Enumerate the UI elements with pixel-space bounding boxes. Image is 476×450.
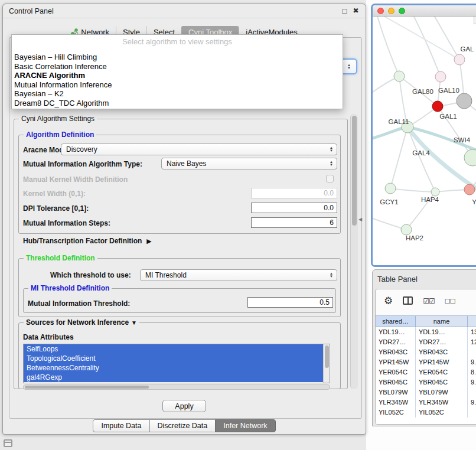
attribute-item-gal4rgexp[interactable]: gal4RGexp [24,373,330,382]
cell-shared-name: YDR27… [376,337,416,347]
algorithm-option-mutual-information-inference[interactable]: Mutual Information Inference [12,80,343,90]
network-edge[interactable] [407,127,435,192]
attribute-item-betweennesscentrality[interactable]: BetweennessCentrality [24,363,330,373]
dpi-tolerance-field[interactable] [251,203,337,213]
network-node[interactable] [464,149,476,166]
table-row[interactable]: YBR045CYBR045C9. [376,377,476,387]
combo-arrows-icon [345,64,353,70]
cell-shared-name: YDL19… [376,327,416,337]
network-node-label: SWI4 [454,136,471,144]
attributes-list-scrollbar[interactable] [323,344,330,383]
mi-algorithm-type-select[interactable]: Naive Bayes [161,158,337,169]
table-row[interactable]: YBL079WYBL079W [376,387,476,397]
network-scrollbar-up-icon[interactable] [474,17,476,24]
bottom-tab-impute-data[interactable]: Impute Data [93,419,149,432]
panel-collapse-icon[interactable] [358,217,362,222]
network-window-titlebar[interactable] [373,5,476,17]
table-toolbar [376,289,476,312]
column-header-shared-name[interactable]: shared… [376,316,416,327]
bottom-tab-infer-network[interactable]: Infer Network [215,419,275,432]
restore-panel-icon[interactable] [4,439,12,447]
aracne-mode-value: Discovery [66,145,327,154]
which-threshold-select[interactable]: MI Threshold [140,269,337,281]
cell-shared-name: YBR043C [376,347,416,357]
attribute-item-selfloops[interactable]: SelfLoops [24,344,330,354]
cell-name: YER054C [416,367,468,377]
network-node[interactable] [394,71,405,81]
table-row[interactable]: YDL19…YDL19…13 [376,327,476,337]
network-node[interactable] [431,188,439,196]
float-window-icon[interactable] [340,6,349,15]
column-header-partial[interactable] [468,316,476,327]
cell-shared-name: YBL079W [376,387,416,397]
network-edge[interactable] [435,17,459,60]
settings-scrollbar-thumb[interactable] [352,116,357,226]
table-row[interactable]: YDR27…YDR27…12 [376,337,476,347]
algorithm-option-bayesian-hill-climbing[interactable]: Bayesian – Hill Climbing [12,53,343,62]
network-node[interactable] [432,101,443,112]
attributes-scrollbar-thumb[interactable] [325,345,329,368]
sources-title[interactable]: Sources for Network Inference [24,318,139,327]
cell-value [468,387,476,397]
settings-scrollbar[interactable] [350,114,358,389]
combo-arrows-icon [327,161,335,167]
threshold-definition-title: Threshold Definition [24,254,97,262]
data-attributes-label: Data Attributes [23,333,74,341]
mi-threshold-field[interactable] [247,297,333,308]
data-attributes-list[interactable]: SelfLoopsTopologicalCoefficientBetweenne… [23,344,330,383]
algorithm-option-bayesian-k2[interactable]: Bayesian – K2 [12,89,343,99]
manual-kernel-width-label: Manual Kernel Width Definition [23,175,128,184]
network-node[interactable] [401,224,412,235]
algorithm-popup: Select algorithm to view settings Bayesi… [11,34,343,109]
network-edge[interactable] [377,17,399,76]
table-row[interactable]: YIL052CYIL052C [376,407,476,418]
table-row[interactable]: YLR345WYLR345W9. [376,397,476,407]
table-row[interactable]: YBR043CYBR043C [376,347,476,357]
mi-steps-field[interactable] [251,217,337,228]
aracne-mode-select[interactable]: Discovery [61,144,337,155]
table-settings-gear-icon[interactable] [384,295,393,307]
network-node[interactable] [385,183,396,194]
network-node-label: GAL11 [389,118,409,125]
deselect-all-columns-icon[interactable] [445,295,455,306]
network-node[interactable] [435,71,446,82]
show-columns-icon[interactable] [403,296,413,305]
algorithm-option-dream8-dc-tdc-algorithm[interactable]: Dream8 DC_TDC Algorithm [12,99,343,108]
algorithm-option-aracne-algorithm[interactable]: ARACNE Algorithm [12,71,343,80]
network-edge[interactable] [390,127,407,188]
network-edge[interactable] [384,17,459,60]
combo-arrows-icon [327,272,335,278]
algorithm-popup-list: Bayesian – Hill ClimbingBasic Correlatio… [12,53,343,107]
network-node[interactable] [457,93,472,109]
minimize-window-icon[interactable] [388,8,395,14]
cell-name: YDR27… [416,337,468,347]
cell-value [468,407,476,418]
cell-value: 12 [468,337,476,347]
network-node[interactable] [464,184,475,195]
attributes-hscrollbar[interactable] [23,384,330,390]
data-attributes-items: SelfLoopsTopologicalCoefficientBetweenne… [24,344,330,382]
manual-kernel-width-checkbox[interactable] [326,175,334,182]
network-edge[interactable] [390,188,435,192]
zoom-window-icon[interactable] [399,8,405,14]
close-window-icon[interactable] [377,8,384,14]
screen: Control Panel NetworkStyleSelectCyni Too… [0,0,476,450]
table-row[interactable]: YPR145WYPR145W9. [376,357,476,367]
table-row[interactable]: YER054CYER054C8. [376,367,476,377]
algorithm-option-basic-correlation-inference[interactable]: Basic Correlation Inference [12,62,343,71]
close-panel-icon[interactable] [351,6,360,15]
attributes-hscrollbar-thumb[interactable] [25,386,149,389]
select-all-columns-icon[interactable] [423,295,435,306]
apply-button[interactable]: Apply [162,400,206,412]
attribute-item-topologicalcoefficient[interactable]: TopologicalCoefficient [24,354,330,363]
cell-value: 9. [468,397,476,407]
kernel-width-field[interactable] [251,188,337,198]
bottom-tab-discretize-data[interactable]: Discretize Data [149,419,216,432]
network-canvas-svg: GALGAL80GAL10GAL11GAL1SWI4GAL4GCY1HAP4HA… [373,17,476,267]
network-canvas[interactable]: GALGAL80GAL10GAL11GAL1SWI4GAL4GCY1HAP4HA… [373,17,476,265]
column-header-name[interactable]: name [416,316,468,327]
control-panel-titlebar[interactable]: Control Panel [3,4,366,18]
hub-transcription-factor-toggle[interactable]: Hub/Transcription Factor Definition [23,237,152,245]
network-node-label: HAP4 [421,196,439,203]
network-node[interactable] [454,54,465,65]
